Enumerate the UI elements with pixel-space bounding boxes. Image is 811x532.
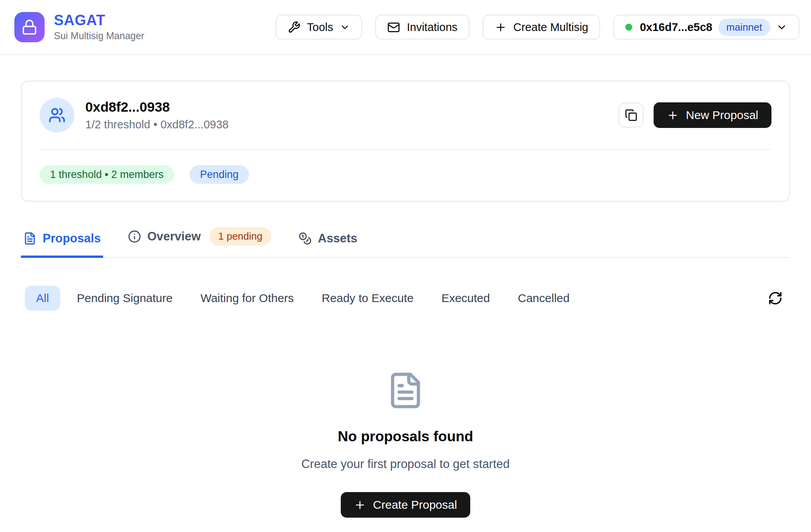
filter-all[interactable]: All (25, 286, 60, 311)
mail-icon (387, 21, 400, 34)
create-multisig-button[interactable]: Create Multisig (483, 15, 600, 40)
multisig-titles: 0xd8f2...0938 1/2 threshold • 0xd8f2...0… (85, 99, 608, 131)
invitations-label: Invitations (407, 21, 457, 34)
multisig-subtitle: 1/2 threshold • 0xd8f2...0938 (85, 118, 608, 131)
copy-address-button[interactable] (619, 103, 644, 128)
multisig-name: 0xd8f2...0938 (85, 99, 608, 115)
connection-status-dot (625, 24, 632, 31)
copy-icon (625, 109, 637, 121)
tab-assets-label: Assets (318, 231, 357, 245)
create-proposal-label: Create Proposal (373, 498, 457, 511)
status-badge: Pending (190, 165, 249, 184)
coins-icon (299, 232, 312, 245)
new-proposal-button[interactable]: New Proposal (654, 102, 771, 128)
filter-pending-signature[interactable]: Pending Signature (66, 286, 184, 311)
badge-row: 1 threshold • 2 members Pending (40, 165, 771, 184)
file-text-icon (386, 371, 425, 410)
proposal-filters: All Pending Signature Waiting for Others… (21, 286, 790, 311)
tools-label: Tools (307, 21, 333, 34)
plus-icon (495, 21, 507, 33)
plus-icon (667, 109, 679, 121)
multisig-actions: New Proposal (619, 102, 771, 128)
plus-icon (354, 499, 366, 511)
app-header: SAGAT Sui Multisig Manager Tools Invitat… (0, 0, 811, 55)
multisig-card: 0xd8f2...0938 1/2 threshold • 0xd8f2...0… (21, 81, 790, 202)
create-proposal-button[interactable]: Create Proposal (341, 492, 470, 518)
brand-text: SAGAT Sui Multisig Manager (54, 13, 144, 42)
file-text-icon (23, 232, 36, 245)
empty-state-subtitle: Create your first proposal to get starte… (301, 457, 510, 471)
empty-state: No proposals found Create your first pro… (21, 371, 790, 518)
filter-executed[interactable]: Executed (430, 286, 501, 311)
tab-assets[interactable]: Assets (296, 230, 360, 258)
multisig-avatar (40, 98, 74, 133)
wallet-address: 0x16d7...e5c8 (640, 21, 712, 34)
refresh-button[interactable] (764, 287, 786, 309)
multisig-card-header: 0xd8f2...0938 1/2 threshold • 0xd8f2...0… (40, 98, 771, 133)
membership-badge: 1 threshold • 2 members (40, 165, 174, 184)
app-logo (14, 12, 45, 42)
users-icon (48, 107, 66, 124)
tab-overview[interactable]: Overview 1 pending (126, 226, 274, 258)
tab-proposals-label: Proposals (43, 231, 101, 245)
chevron-down-icon (776, 22, 787, 33)
invitations-button[interactable]: Invitations (375, 15, 469, 40)
pending-count-badge: 1 pending (209, 227, 271, 245)
chevron-down-icon (340, 22, 350, 33)
new-proposal-label: New Proposal (686, 109, 758, 122)
tab-bar: Proposals Overview 1 pending Assets (21, 226, 790, 258)
app-subtitle: Sui Multisig Manager (54, 30, 144, 41)
network-badge: mainnet (718, 19, 771, 36)
card-divider (40, 149, 771, 150)
filter-ready-to-execute[interactable]: Ready to Execute (311, 286, 425, 311)
create-multisig-label: Create Multisig (513, 21, 588, 34)
tools-button[interactable]: Tools (276, 15, 362, 40)
main-content: 0xd8f2...0938 1/2 threshold • 0xd8f2...0… (0, 81, 811, 518)
lock-icon (21, 19, 38, 35)
brand: SAGAT Sui Multisig Manager (14, 12, 144, 42)
tab-overview-label: Overview (147, 230, 201, 244)
refresh-icon (768, 291, 783, 306)
app-title: SAGAT (54, 13, 144, 28)
wallet-menu-button[interactable]: 0x16d7...e5c8 mainnet (613, 15, 799, 40)
header-actions: Tools Invitations Create Multisig 0x16d7… (276, 15, 799, 40)
filter-waiting-for-others[interactable]: Waiting for Others (189, 286, 305, 311)
info-icon (128, 230, 141, 243)
wrench-icon (288, 21, 300, 34)
filter-cancelled[interactable]: Cancelled (507, 286, 581, 311)
empty-state-title: No proposals found (338, 428, 473, 445)
tab-proposals[interactable]: Proposals (21, 230, 103, 258)
